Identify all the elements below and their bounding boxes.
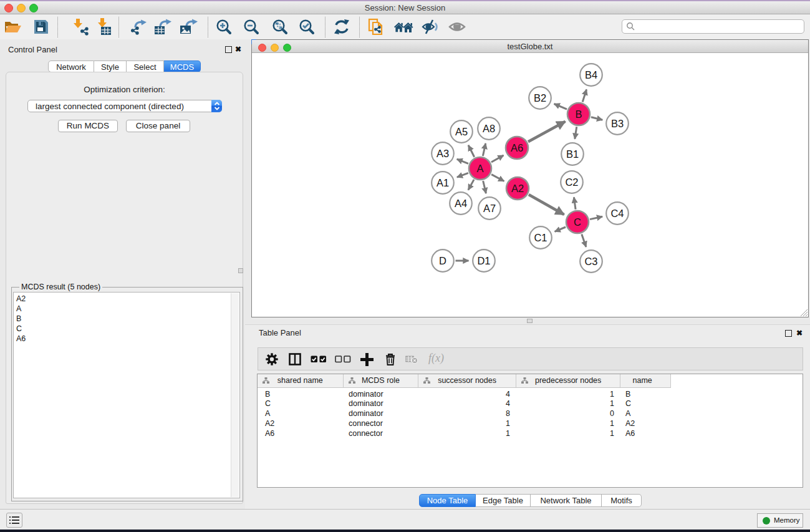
svg-text:D1: D1 (477, 255, 490, 266)
svg-text:A: A (476, 163, 483, 174)
svg-text:C1: C1 (534, 232, 547, 243)
svg-text:A8: A8 (483, 123, 495, 134)
svg-text:B: B (575, 109, 582, 120)
svg-text:A7: A7 (483, 203, 496, 214)
svg-text:A2: A2 (511, 183, 524, 194)
svg-text:A4: A4 (455, 198, 467, 209)
svg-text:B1: B1 (566, 148, 579, 160)
svg-text:B3: B3 (611, 118, 624, 129)
svg-text:A1: A1 (436, 177, 449, 188)
svg-text:C: C (574, 216, 581, 228)
svg-text:C3: C3 (584, 256, 597, 267)
svg-text:C4: C4 (610, 208, 624, 219)
svg-text:A5: A5 (455, 126, 468, 137)
svg-text:D: D (439, 255, 446, 266)
svg-text:A6: A6 (511, 142, 523, 153)
svg-text:C2: C2 (565, 177, 578, 188)
svg-text:B4: B4 (585, 69, 597, 80)
svg-text:B2: B2 (534, 92, 546, 104)
svg-text:A3: A3 (436, 148, 449, 159)
